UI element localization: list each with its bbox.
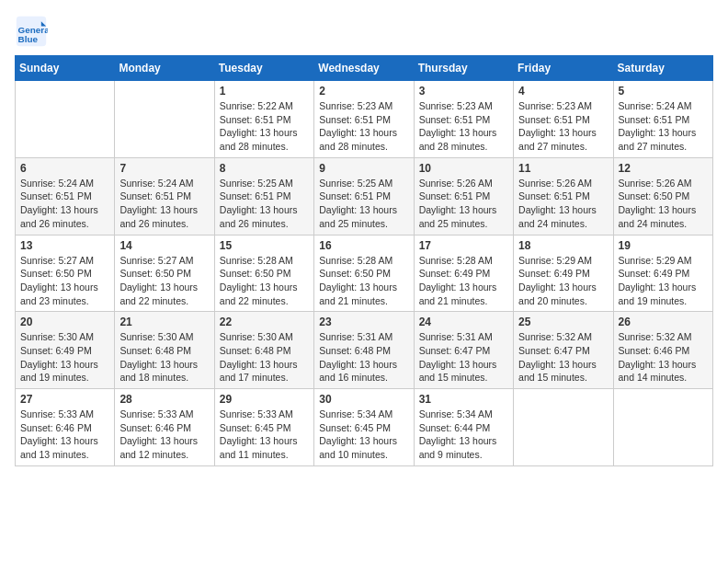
- day-number: 26: [619, 316, 708, 328]
- day-info: Sunrise: 5:24 AMSunset: 6:51 PMDaylight:…: [619, 99, 708, 154]
- calendar-cell: [115, 81, 214, 158]
- calendar-cell: 13Sunrise: 5:27 AMSunset: 6:50 PMDayligh…: [16, 235, 115, 312]
- day-number: 6: [20, 162, 109, 175]
- day-info: Sunrise: 5:25 AMSunset: 6:51 PMDaylight:…: [220, 177, 309, 231]
- day-info: Sunrise: 5:32 AMSunset: 6:47 PMDaylight:…: [518, 330, 608, 385]
- calendar-cell: 31Sunrise: 5:34 AMSunset: 6:44 PMDayligh…: [414, 389, 513, 466]
- calendar-cell: 21Sunrise: 5:30 AMSunset: 6:48 PMDayligh…: [115, 312, 214, 389]
- page-header: General Blue: [15, 15, 713, 48]
- day-number: 11: [518, 162, 608, 175]
- day-info: Sunrise: 5:29 AMSunset: 6:49 PMDaylight:…: [619, 254, 708, 308]
- calendar-cell: 3Sunrise: 5:23 AMSunset: 6:51 PMDaylight…: [414, 81, 513, 158]
- day-info: Sunrise: 5:24 AMSunset: 6:51 PMDaylight:…: [20, 177, 109, 231]
- day-number: 27: [20, 393, 109, 406]
- calendar-table: SundayMondayTuesdayWednesdayThursdayFrid…: [15, 55, 713, 466]
- weekday-header-monday: Monday: [115, 56, 214, 81]
- calendar-cell: 29Sunrise: 5:33 AMSunset: 6:45 PMDayligh…: [214, 389, 313, 466]
- week-row-3: 13Sunrise: 5:27 AMSunset: 6:50 PMDayligh…: [16, 235, 713, 312]
- day-number: 25: [518, 316, 608, 328]
- day-info: Sunrise: 5:26 AMSunset: 6:50 PMDaylight:…: [619, 177, 708, 231]
- day-number: 23: [319, 316, 408, 328]
- day-number: 16: [319, 239, 408, 252]
- calendar-cell: 4Sunrise: 5:23 AMSunset: 6:51 PMDaylight…: [514, 81, 613, 158]
- calendar-cell: 25Sunrise: 5:32 AMSunset: 6:47 PMDayligh…: [514, 312, 613, 389]
- week-row-1: 1Sunrise: 5:22 AMSunset: 6:51 PMDaylight…: [16, 81, 713, 158]
- day-number: 30: [319, 393, 408, 406]
- day-info: Sunrise: 5:30 AMSunset: 6:49 PMDaylight:…: [20, 330, 109, 385]
- day-number: 14: [119, 239, 209, 252]
- day-info: Sunrise: 5:26 AMSunset: 6:51 PMDaylight:…: [518, 177, 608, 231]
- day-info: Sunrise: 5:26 AMSunset: 6:51 PMDaylight:…: [419, 177, 508, 231]
- calendar-cell: 27Sunrise: 5:33 AMSunset: 6:46 PMDayligh…: [16, 389, 115, 466]
- day-number: 31: [419, 393, 508, 406]
- calendar-cell: 9Sunrise: 5:25 AMSunset: 6:51 PMDaylight…: [314, 157, 414, 235]
- calendar-cell: 19Sunrise: 5:29 AMSunset: 6:49 PMDayligh…: [613, 235, 712, 312]
- day-number: 29: [220, 393, 309, 406]
- day-info: Sunrise: 5:31 AMSunset: 6:47 PMDaylight:…: [419, 330, 508, 385]
- calendar-cell: 6Sunrise: 5:24 AMSunset: 6:51 PMDaylight…: [16, 157, 115, 235]
- day-info: Sunrise: 5:31 AMSunset: 6:48 PMDaylight:…: [319, 330, 408, 385]
- day-number: 5: [619, 85, 708, 98]
- weekday-header-thursday: Thursday: [414, 56, 513, 81]
- weekday-header-friday: Friday: [514, 56, 613, 81]
- calendar-cell: 11Sunrise: 5:26 AMSunset: 6:51 PMDayligh…: [514, 157, 613, 235]
- day-number: 3: [419, 85, 508, 98]
- calendar-cell: 26Sunrise: 5:32 AMSunset: 6:46 PMDayligh…: [613, 312, 712, 389]
- day-info: Sunrise: 5:23 AMSunset: 6:51 PMDaylight:…: [419, 99, 508, 154]
- day-info: Sunrise: 5:29 AMSunset: 6:49 PMDaylight:…: [518, 254, 608, 308]
- calendar-cell: 2Sunrise: 5:23 AMSunset: 6:51 PMDaylight…: [314, 81, 414, 158]
- day-number: 8: [220, 162, 309, 175]
- week-row-4: 20Sunrise: 5:30 AMSunset: 6:49 PMDayligh…: [16, 312, 713, 389]
- week-row-5: 27Sunrise: 5:33 AMSunset: 6:46 PMDayligh…: [16, 389, 713, 466]
- calendar-cell: 23Sunrise: 5:31 AMSunset: 6:48 PMDayligh…: [314, 312, 414, 389]
- calendar-cell: 10Sunrise: 5:26 AMSunset: 6:51 PMDayligh…: [414, 157, 513, 235]
- calendar-cell: 8Sunrise: 5:25 AMSunset: 6:51 PMDaylight…: [214, 157, 313, 235]
- day-info: Sunrise: 5:32 AMSunset: 6:46 PMDaylight:…: [619, 330, 708, 385]
- day-info: Sunrise: 5:24 AMSunset: 6:51 PMDaylight:…: [119, 177, 209, 231]
- svg-text:Blue: Blue: [18, 34, 39, 44]
- day-info: Sunrise: 5:28 AMSunset: 6:49 PMDaylight:…: [419, 254, 508, 308]
- calendar-cell: 14Sunrise: 5:27 AMSunset: 6:50 PMDayligh…: [115, 235, 214, 312]
- day-info: Sunrise: 5:25 AMSunset: 6:51 PMDaylight:…: [319, 177, 408, 231]
- calendar-cell: 5Sunrise: 5:24 AMSunset: 6:51 PMDaylight…: [613, 81, 712, 158]
- day-info: Sunrise: 5:33 AMSunset: 6:45 PMDaylight:…: [220, 408, 309, 462]
- day-number: 19: [619, 239, 708, 252]
- day-info: Sunrise: 5:33 AMSunset: 6:46 PMDaylight:…: [119, 408, 209, 462]
- day-number: 13: [20, 239, 109, 252]
- calendar-cell: 30Sunrise: 5:34 AMSunset: 6:45 PMDayligh…: [314, 389, 414, 466]
- day-info: Sunrise: 5:27 AMSunset: 6:50 PMDaylight:…: [119, 254, 209, 308]
- day-info: Sunrise: 5:34 AMSunset: 6:44 PMDaylight:…: [419, 408, 508, 462]
- weekday-header-row: SundayMondayTuesdayWednesdayThursdayFrid…: [16, 56, 713, 81]
- day-number: 24: [419, 316, 508, 328]
- day-info: Sunrise: 5:28 AMSunset: 6:50 PMDaylight:…: [319, 254, 408, 308]
- calendar-cell: 20Sunrise: 5:30 AMSunset: 6:49 PMDayligh…: [16, 312, 115, 389]
- day-number: 4: [518, 85, 608, 98]
- calendar-cell: 24Sunrise: 5:31 AMSunset: 6:47 PMDayligh…: [414, 312, 513, 389]
- day-number: 7: [119, 162, 209, 175]
- weekday-header-saturday: Saturday: [613, 56, 712, 81]
- day-info: Sunrise: 5:23 AMSunset: 6:51 PMDaylight:…: [518, 99, 608, 154]
- calendar-cell: 18Sunrise: 5:29 AMSunset: 6:49 PMDayligh…: [514, 235, 613, 312]
- day-number: 20: [20, 316, 109, 328]
- day-number: 21: [119, 316, 209, 328]
- day-info: Sunrise: 5:30 AMSunset: 6:48 PMDaylight:…: [119, 330, 209, 385]
- weekday-header-sunday: Sunday: [16, 56, 115, 81]
- calendar-cell: 7Sunrise: 5:24 AMSunset: 6:51 PMDaylight…: [115, 157, 214, 235]
- weekday-header-wednesday: Wednesday: [314, 56, 414, 81]
- day-number: 17: [419, 239, 508, 252]
- day-number: 2: [319, 85, 408, 98]
- day-info: Sunrise: 5:23 AMSunset: 6:51 PMDaylight:…: [319, 99, 408, 154]
- day-info: Sunrise: 5:34 AMSunset: 6:45 PMDaylight:…: [319, 408, 408, 462]
- day-info: Sunrise: 5:30 AMSunset: 6:48 PMDaylight:…: [220, 330, 309, 385]
- week-row-2: 6Sunrise: 5:24 AMSunset: 6:51 PMDaylight…: [16, 157, 713, 235]
- calendar-cell: 17Sunrise: 5:28 AMSunset: 6:49 PMDayligh…: [414, 235, 513, 312]
- day-info: Sunrise: 5:28 AMSunset: 6:50 PMDaylight:…: [220, 254, 309, 308]
- calendar-cell: 1Sunrise: 5:22 AMSunset: 6:51 PMDaylight…: [214, 81, 313, 158]
- logo: General Blue: [15, 15, 53, 48]
- day-number: 1: [220, 85, 309, 98]
- day-number: 10: [419, 162, 508, 175]
- day-number: 18: [518, 239, 608, 252]
- calendar-cell: 12Sunrise: 5:26 AMSunset: 6:50 PMDayligh…: [613, 157, 712, 235]
- calendar-cell: 15Sunrise: 5:28 AMSunset: 6:50 PMDayligh…: [214, 235, 313, 312]
- day-number: 15: [220, 239, 309, 252]
